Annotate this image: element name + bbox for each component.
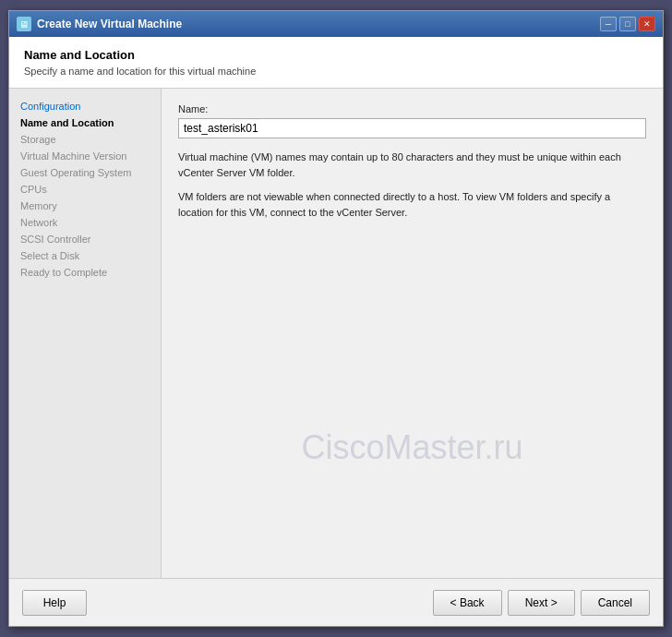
app-icon: 🖥 xyxy=(17,17,31,31)
sidebar-item-select-disk: Select a Disk xyxy=(9,247,161,264)
title-bar: 🖥 Create New Virtual Machine ─ □ ✕ xyxy=(9,11,663,37)
sidebar: Configuration Name and Location Storage … xyxy=(9,89,162,578)
cancel-button[interactable]: Cancel xyxy=(581,590,650,616)
sidebar-item-guest-os: Guest Operating System xyxy=(9,164,161,181)
name-label: Name: xyxy=(178,103,646,114)
main-panel: Name: Virtual machine (VM) names may con… xyxy=(162,89,663,578)
sidebar-item-network: Network xyxy=(9,214,161,231)
header-subtitle: Specify a name and location for this vir… xyxy=(24,66,648,77)
sidebar-item-configuration[interactable]: Configuration xyxy=(9,98,161,114)
next-button[interactable]: Next > xyxy=(508,590,575,616)
sidebar-item-memory: Memory xyxy=(9,198,161,214)
sidebar-item-vm-version: Virtual Machine Version xyxy=(9,148,161,164)
maximize-button[interactable]: □ xyxy=(619,17,636,31)
sidebar-item-name-location: Name and Location xyxy=(9,114,161,131)
window-title: Create New Virtual Machine xyxy=(37,18,182,30)
title-bar-controls: ─ □ ✕ xyxy=(600,17,655,31)
content-area: Configuration Name and Location Storage … xyxy=(9,89,663,578)
info-text-1: Virtual machine (VM) names may contain u… xyxy=(178,150,646,180)
watermark: CiscoMaster.ru xyxy=(301,428,522,467)
help-button[interactable]: Help xyxy=(22,590,87,616)
sidebar-item-cpus: CPUs xyxy=(9,181,161,198)
sidebar-item-scsi-controller: SCSI Controller xyxy=(9,231,161,247)
sidebar-item-ready-complete: Ready to Complete xyxy=(9,264,161,281)
vm-name-input[interactable] xyxy=(178,118,646,138)
sidebar-item-storage: Storage xyxy=(9,131,161,148)
title-bar-left: 🖥 Create New Virtual Machine xyxy=(17,17,182,31)
close-button[interactable]: ✕ xyxy=(639,17,655,31)
nav-buttons: < Back Next > Cancel xyxy=(433,590,650,616)
info-text-2: VM folders are not viewable when connect… xyxy=(178,189,646,220)
header-title: Name and Location xyxy=(24,48,648,62)
main-window: 🖥 Create New Virtual Machine ─ □ ✕ Name … xyxy=(8,10,664,627)
footer: Help < Back Next > Cancel xyxy=(9,578,663,626)
header-section: Name and Location Specify a name and loc… xyxy=(9,37,663,89)
back-button[interactable]: < Back xyxy=(433,590,502,616)
minimize-button[interactable]: ─ xyxy=(600,17,617,31)
